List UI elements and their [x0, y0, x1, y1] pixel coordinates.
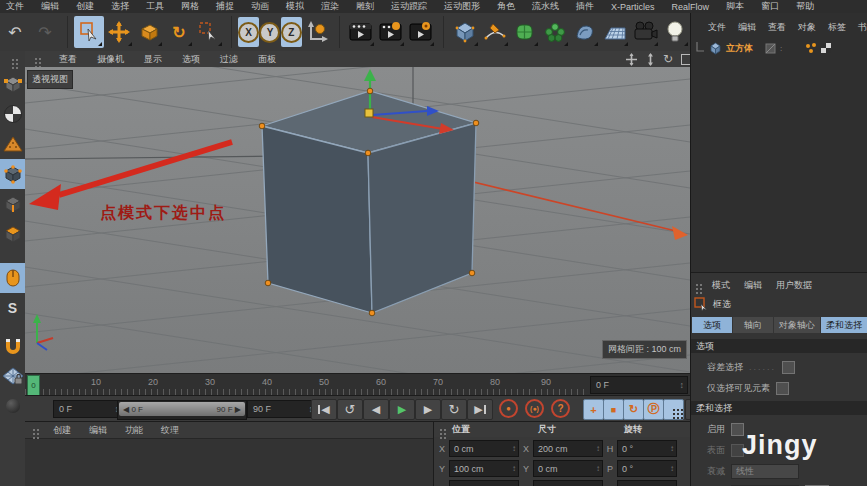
- tweak-mode-button[interactable]: [0, 263, 25, 293]
- visibility-toggle-icon[interactable]: [765, 43, 776, 54]
- view-label[interactable]: 透视视图: [27, 70, 73, 89]
- menubar-item[interactable]: 文件: [6, 0, 24, 13]
- tab-object-axis[interactable]: 对象轴心: [774, 317, 820, 333]
- add-camera-button[interactable]: [630, 16, 660, 48]
- viewport-menu-item[interactable]: 显示: [144, 53, 162, 66]
- live-selection-button[interactable]: [74, 16, 104, 48]
- previous-frame-button[interactable]: ◀: [363, 399, 389, 420]
- om-menu-item[interactable]: 对象: [798, 21, 816, 34]
- key-parameter-toggle[interactable]: Ⓟ: [643, 399, 664, 420]
- snap-button[interactable]: S: [0, 293, 25, 323]
- render-view-button[interactable]: [346, 16, 376, 48]
- size-y-field[interactable]: 0 cm↕: [533, 460, 603, 477]
- scale-button[interactable]: [134, 16, 164, 48]
- coordinate-system-button[interactable]: [302, 16, 332, 48]
- menubar-item[interactable]: 插件: [576, 0, 594, 13]
- material-menu-item[interactable]: 功能: [125, 424, 143, 437]
- model-mode-button[interactable]: [0, 99, 25, 129]
- previous-key-button[interactable]: ↺: [337, 399, 363, 420]
- polygon-mode-button[interactable]: [0, 219, 25, 249]
- menubar-item[interactable]: 网格: [181, 0, 199, 13]
- am-menu-item[interactable]: 用户数据: [776, 279, 812, 292]
- rotate-button[interactable]: ↻: [164, 16, 194, 48]
- add-deformer-button[interactable]: [570, 16, 600, 48]
- orbit-icon[interactable]: ↻: [663, 52, 673, 66]
- panel-handle[interactable]: [0, 51, 25, 69]
- spinner-icon[interactable]: ↕: [680, 380, 685, 390]
- om-menu-item[interactable]: 标签: [828, 21, 846, 34]
- add-subdivision-button[interactable]: [510, 16, 540, 48]
- position-x-field[interactable]: 0 cm↕: [449, 440, 519, 457]
- material-menu-item[interactable]: 编辑: [89, 424, 107, 437]
- current-frame-field[interactable]: 0 F ↕: [590, 376, 688, 394]
- pan-icon[interactable]: [625, 53, 638, 66]
- viewport-menu-item[interactable]: 查看: [59, 53, 77, 66]
- menubar-item[interactable]: 窗口: [761, 0, 779, 13]
- timeline-playhead[interactable]: 0: [27, 375, 40, 396]
- menubar-item[interactable]: 捕捉: [216, 0, 234, 13]
- tab-options[interactable]: 选项: [692, 317, 732, 333]
- go-to-start-button[interactable]: ◀: [311, 399, 337, 420]
- material-sphere[interactable]: [0, 391, 25, 421]
- menubar-item[interactable]: 渲染: [321, 0, 339, 13]
- menubar-item[interactable]: 模拟: [286, 0, 304, 13]
- workplane-button[interactable]: [0, 361, 25, 391]
- viewport-menu-item[interactable]: 摄像机: [97, 53, 124, 66]
- menubar-item[interactable]: 选择: [111, 0, 129, 13]
- key-pla-toggle[interactable]: [663, 399, 684, 420]
- section-soft-selection[interactable]: 柔和选择: [691, 401, 867, 415]
- axis-y-lock-button[interactable]: Y: [259, 17, 280, 47]
- key-position-toggle[interactable]: +: [583, 399, 604, 420]
- om-menu-item[interactable]: 编辑: [738, 21, 756, 34]
- add-mograph-button[interactable]: [540, 16, 570, 48]
- next-key-button[interactable]: ↻: [441, 399, 467, 420]
- menubar-item[interactable]: 运动图形: [444, 0, 480, 13]
- end-frame-field[interactable]: 90 F↕: [247, 400, 317, 418]
- menubar-item[interactable]: 动画: [251, 0, 269, 13]
- material-menu-item[interactable]: 纹理: [161, 424, 179, 437]
- position-y-field[interactable]: 100 cm↕: [449, 460, 519, 477]
- undo-button[interactable]: ↶: [0, 16, 30, 48]
- add-environment-button[interactable]: [600, 16, 630, 48]
- size-x-field[interactable]: 200 cm↕: [533, 440, 603, 457]
- tolerance-selection-checkbox[interactable]: [782, 361, 795, 374]
- menubar-item[interactable]: 流水线: [532, 0, 559, 13]
- object-row[interactable]: 立方体 :: [691, 40, 867, 56]
- menubar-item[interactable]: 工具: [146, 0, 164, 13]
- redo-button[interactable]: ↷: [30, 16, 60, 48]
- menubar-item[interactable]: 脚本: [726, 0, 744, 13]
- enable-dots-icon[interactable]: :: [780, 44, 783, 53]
- menubar-item[interactable]: X-Particles: [611, 2, 655, 12]
- viewport-menu-item[interactable]: 面板: [258, 53, 276, 66]
- viewport-menu-item[interactable]: 过滤: [220, 53, 238, 66]
- render-region-button[interactable]: [376, 16, 406, 48]
- am-menu-item[interactable]: 编辑: [744, 279, 762, 292]
- menubar-item[interactable]: 帮助: [796, 0, 814, 13]
- frame-range-slider[interactable]: ◀ 0 F 90 F ▶: [117, 400, 247, 420]
- falloff-dropdown[interactable]: 线性: [731, 464, 799, 479]
- axis-x-lock-button[interactable]: X: [238, 17, 259, 47]
- om-menu-item[interactable]: 查看: [768, 21, 786, 34]
- dolly-icon[interactable]: [646, 53, 655, 66]
- next-frame-button[interactable]: ▶: [415, 399, 441, 420]
- om-menu-item[interactable]: 文件: [708, 21, 726, 34]
- add-light-button[interactable]: [660, 16, 690, 48]
- timeline-ruler[interactable]: 0 10 20 30 40 50 60 70 80 90 0 0 F ↕: [25, 373, 690, 396]
- make-editable-button[interactable]: [0, 69, 25, 99]
- go-to-end-button[interactable]: ▶: [467, 399, 493, 420]
- visible-only-checkbox[interactable]: [776, 382, 789, 395]
- object-name[interactable]: 立方体: [726, 42, 753, 55]
- point-mode-button[interactable]: [0, 159, 25, 189]
- magnet-button[interactable]: [0, 331, 25, 361]
- menubar-item[interactable]: 雕刻: [356, 0, 374, 13]
- autokeying-button[interactable]: (●): [525, 399, 544, 418]
- texture-mode-button[interactable]: [0, 129, 25, 159]
- material-menu-item[interactable]: 创建: [53, 424, 71, 437]
- record-options-button[interactable]: ?: [551, 399, 570, 418]
- play-button[interactable]: ▶: [389, 399, 415, 420]
- rotation-p-field[interactable]: 0 °↕: [617, 460, 677, 477]
- axis-z-lock-button[interactable]: Z: [281, 17, 302, 47]
- tab-soft-selection[interactable]: 柔和选择: [821, 317, 867, 333]
- rotation-h-field[interactable]: 0 °↕: [617, 440, 677, 457]
- move-button[interactable]: [104, 16, 134, 48]
